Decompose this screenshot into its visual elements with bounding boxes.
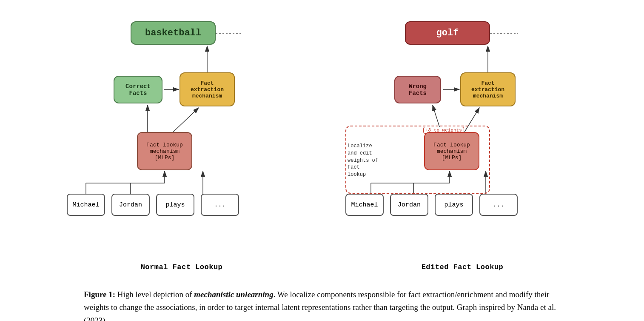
fact-extraction-right-box: Fact extraction mechanism bbox=[460, 72, 516, 106]
basketball-label: basketball bbox=[145, 28, 201, 38]
left-diagram-inner: basketball Fact extraction mechanism Cor… bbox=[58, 17, 305, 255]
caption-text-before: High level depiction of bbox=[115, 290, 194, 299]
caption: Figure 1: High level depiction of mechan… bbox=[67, 288, 577, 321]
token-michael-left: Michael bbox=[67, 194, 105, 216]
correct-facts-box: Correct Facts bbox=[114, 76, 162, 103]
right-diagram: golf Fact extraction mechanism Wrong Fac… bbox=[339, 17, 586, 271]
fact-lookup-right-box: Fact lookup mechanism [MLPs] bbox=[424, 132, 479, 170]
caption-italic: mechanistic unlearning bbox=[194, 290, 273, 299]
left-diagram-title: Normal Fact Lookup bbox=[141, 263, 223, 271]
correct-facts-label: Correct Facts bbox=[125, 83, 151, 97]
figure-label: Figure 1: bbox=[84, 290, 115, 299]
diagrams-row: basketball Fact extraction mechanism Cor… bbox=[9, 9, 635, 280]
wrong-facts-box: Wrong Facts bbox=[394, 76, 441, 103]
fact-extraction-left-label: Fact extraction mechanism bbox=[191, 80, 224, 99]
right-diagram-title: Edited Fact Lookup bbox=[422, 263, 504, 271]
token-michael-right: Michael bbox=[345, 194, 384, 216]
token-jordan-left: Jordan bbox=[111, 194, 150, 216]
svg-line-16 bbox=[464, 108, 479, 132]
fact-lookup-left-box: Fact lookup mechanism [MLPs] bbox=[137, 132, 192, 170]
basketball-box: basketball bbox=[131, 21, 216, 45]
svg-line-5 bbox=[173, 108, 199, 132]
main-container: basketball Fact extraction mechanism Cor… bbox=[9, 9, 635, 321]
fact-extraction-left-box: Fact extraction mechanism bbox=[180, 72, 235, 106]
tokens-left: Michael Jordan plays ... bbox=[67, 194, 239, 216]
tokens-right: Michael Jordan plays ... bbox=[345, 194, 518, 216]
right-diagram-inner: golf Fact extraction mechanism Wrong Fac… bbox=[339, 17, 586, 255]
fact-extraction-right-label: Fact extraction mechanism bbox=[471, 80, 504, 99]
wrong-facts-label: Wrong Facts bbox=[409, 83, 427, 97]
token-jordan-right: Jordan bbox=[390, 194, 428, 216]
token-plays-left: plays bbox=[156, 194, 194, 216]
golf-box: golf bbox=[405, 21, 490, 45]
localize-text: Localize and edit weights of fact lookup bbox=[348, 143, 394, 178]
fact-lookup-left-label: Fact lookup mechanism [MLPs] bbox=[146, 142, 183, 161]
token-dots-right: ... bbox=[479, 194, 518, 216]
fact-lookup-right-label: Fact lookup mechanism [MLPs] bbox=[433, 142, 470, 161]
golf-label: golf bbox=[436, 28, 459, 38]
left-diagram: basketball Fact extraction mechanism Cor… bbox=[58, 17, 305, 271]
token-plays-right: plays bbox=[435, 194, 473, 216]
token-dots-left: ... bbox=[201, 194, 239, 216]
